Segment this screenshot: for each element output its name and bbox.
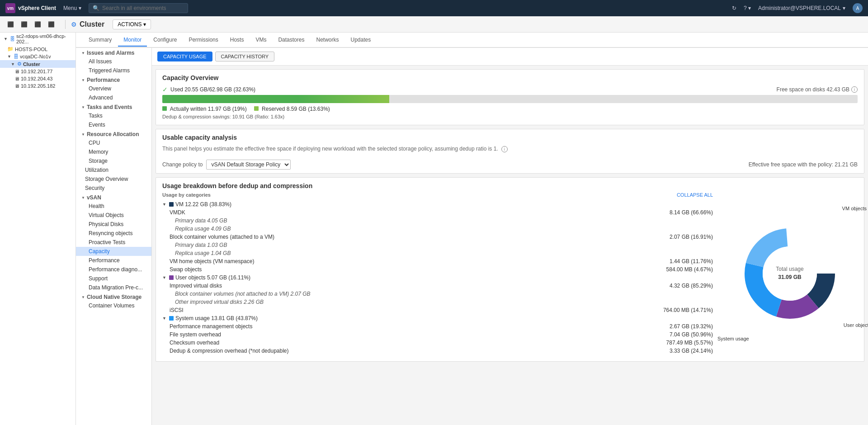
breakdown-row-vm-home: VM home objects (VM namespace) 1.44 GB (… <box>162 257 713 265</box>
tab-updates[interactable]: Updates <box>345 34 376 47</box>
usable-info-icon[interactable]: i <box>501 146 508 152</box>
capacity-overview-title: Capacity Overview <box>156 70 864 84</box>
nav-memory[interactable]: Memory <box>76 147 151 156</box>
topbar-right: ↻ ? ▾ Administrator@VSPHERE.LOCAL ▾ A <box>732 3 863 13</box>
tab-configure[interactable]: Configure <box>148 34 182 47</box>
nav-container-volumes[interactable]: Container Volumes <box>76 301 151 310</box>
improved-value: 4.32 GB (85.29%) <box>641 283 713 289</box>
donut-total-value: 31.09 GB <box>778 274 802 280</box>
cluster-icon: ⚙ <box>71 21 77 28</box>
nav-performance-vsan[interactable]: Performance <box>76 256 151 265</box>
sidebar-item-vcqa[interactable]: ▼ 🗄 vcqaDC-No1v <box>0 53 75 60</box>
nav-utilization[interactable]: Utilization <box>76 165 151 175</box>
user-menu[interactable]: Administrator@VSPHERE.LOCAL ▾ <box>758 5 845 11</box>
tab-networks[interactable]: Networks <box>311 34 344 47</box>
avatar: A <box>853 3 863 13</box>
topbar: vm vSphere Client Menu ▾ 🔍 ↻ ? ▾ Adminis… <box>0 0 868 16</box>
search-box[interactable]: 🔍 <box>89 3 188 13</box>
nav-tabs: Summary Monitor Configure Permissions Ho… <box>76 33 868 48</box>
nav-issues-alarms[interactable]: ▼ Issues and Alarms <box>76 48 151 57</box>
menu-button[interactable]: Menu ▾ <box>63 5 81 11</box>
search-input[interactable] <box>102 5 175 11</box>
vm-color-box <box>169 202 174 207</box>
tab-datastores[interactable]: Datastores <box>273 34 310 47</box>
sub-tab-capacity-history[interactable]: CAPACITY HISTORY <box>215 52 275 61</box>
breakdown-row-perf-mgmt: Performance management objects 2.67 GB (… <box>162 322 713 331</box>
nav-all-issues[interactable]: All Issues <box>76 57 151 66</box>
help-icon[interactable]: ? ▾ <box>744 5 751 11</box>
nav-resyncing[interactable]: Resyncing objects <box>76 229 151 238</box>
collapse-all-button[interactable]: COLLAPSE ALL <box>677 192 713 198</box>
vm-expand-icon[interactable]: ▼ <box>162 202 166 207</box>
block-primary-label: Primary data 1.03 GB <box>175 242 713 248</box>
tab-vms[interactable]: VMs <box>250 34 272 47</box>
nav-vsan[interactable]: ▼ vSAN <box>76 193 151 202</box>
swap-label: Swap objects <box>170 266 639 273</box>
tab-monitor[interactable]: Monitor <box>118 34 147 47</box>
monitor-area: ▼ Issues and Alarms All Issues Triggered… <box>76 48 868 425</box>
free-space-info-icon[interactable]: i <box>851 86 858 93</box>
sidebar-item-ip2[interactable]: 🖥 10.192.204.43 <box>0 75 75 82</box>
user-expand-icon[interactable]: ▼ <box>162 275 166 280</box>
nav-triggered-alarms[interactable]: Triggered Alarms <box>76 66 151 75</box>
system-label: System usage 13.81 GB (43.87%) <box>175 315 713 321</box>
tab-summary[interactable]: Summary <box>83 34 117 47</box>
content-area: Summary Monitor Configure Permissions Ho… <box>76 33 868 425</box>
sidebar-item-ip3[interactable]: 🖥 10.192.205.182 <box>0 82 75 90</box>
breakdown-row-block-replica: Replica usage 1.04 GB <box>162 249 713 257</box>
sidebar-item-cluster[interactable]: ▼ ⚙ Cluster <box>0 60 75 68</box>
breakdown-row-other-improved: Other improved virtual disks 2.26 GB <box>162 298 713 306</box>
nav-events[interactable]: Events <box>76 120 151 129</box>
nav-health[interactable]: Health <box>76 202 151 211</box>
fs-overhead-label: File system overhead <box>170 331 639 338</box>
policy-row: Change policy to vSAN Default Storage Po… <box>156 156 864 173</box>
sub-tab-capacity-usage[interactable]: CAPACITY USAGE <box>157 52 212 61</box>
vm-home-label: VM home objects (VM namespace) <box>170 258 639 264</box>
block-notvm-label: Block container volumes (not attached to… <box>175 291 713 297</box>
breakdown-row-checksum: Checksum overhead 787.49 MB (5.57%) <box>162 339 713 347</box>
actions-button[interactable]: ACTIONS ▾ <box>113 19 151 29</box>
nav-tasks-events[interactable]: ▼ Tasks and Events <box>76 102 151 111</box>
nav-cpu[interactable]: CPU <box>76 138 151 147</box>
nav-physical-disks[interactable]: Physical Disks <box>76 220 151 229</box>
nav-resource-allocation[interactable]: ▼ Resource Allocation <box>76 129 151 138</box>
nav-tasks[interactable]: Tasks <box>76 111 151 120</box>
donut-center <box>763 246 817 301</box>
nav-storage[interactable]: Storage <box>76 156 151 165</box>
breakdown-header: Usage breakdown before dedup and compres… <box>156 178 864 192</box>
other-improved-label: Other improved virtual disks 2.26 GB <box>175 299 713 305</box>
nav-support[interactable]: Support <box>76 274 151 283</box>
refresh-icon[interactable]: ↻ <box>732 5 736 11</box>
tab-hosts[interactable]: Hosts <box>225 34 250 47</box>
sidebar-item-hosts-pool[interactable]: 📁 HOSTS-POOL <box>0 45 75 53</box>
nav-virtual-objects[interactable]: Virtual Objects <box>76 211 151 220</box>
nav-performance[interactable]: ▼ Performance <box>76 75 151 84</box>
donut-system-legend: System usage <box>717 336 749 341</box>
nav-storage-overview[interactable]: Storage Overview <box>76 175 151 184</box>
nav-cloud-native[interactable]: ▼ Cloud Native Storage <box>76 292 151 301</box>
donut-total-label: Total usage <box>776 266 804 272</box>
policy-select[interactable]: vSAN Default Storage Policy <box>206 160 291 170</box>
breakdown-row-block-primary: Primary data 1.03 GB <box>162 241 713 249</box>
history-icon[interactable]: ⬛ <box>33 19 42 29</box>
nav-proactive-tests[interactable]: Proactive Tests <box>76 238 151 247</box>
swap-value: 584.00 MB (4.67%) <box>641 266 713 273</box>
toolbar-divider <box>65 20 66 29</box>
home-icon[interactable]: ⬛ <box>46 19 56 29</box>
nav-data-migration[interactable]: Data Migration Pre-c... <box>76 283 151 292</box>
breakdown-row-vmdk-primary: Primary data 4.05 GB <box>162 217 713 225</box>
nav-overview[interactable]: Overview <box>76 84 151 93</box>
legend-row: Actually written 11.97 GB (19%) Reserved… <box>162 106 858 112</box>
nav-performance-diag[interactable]: Performance diagno... <box>76 265 151 274</box>
nav-capacity[interactable]: Capacity <box>76 247 151 256</box>
sidebar-item-ip1[interactable]: 🖥 10.192.201.77 <box>0 68 75 75</box>
system-expand-icon[interactable]: ▼ <box>162 316 166 321</box>
app-logo: vm vSphere Client <box>5 3 56 13</box>
nav-advanced[interactable]: Advanced <box>76 93 151 102</box>
breakdown-row-vmdk-replica: Replica usage 4.09 GB <box>162 225 713 233</box>
back-icon[interactable]: ⬛ <box>5 19 15 29</box>
sidebar-item-sc2[interactable]: ▼ 🗄 sc2-rdops-vm06-dhcp-202... <box>0 33 75 45</box>
nav-security[interactable]: Security <box>76 184 151 193</box>
tab-permissions[interactable]: Permissions <box>183 34 223 47</box>
forward-icon[interactable]: ⬛ <box>19 19 29 29</box>
